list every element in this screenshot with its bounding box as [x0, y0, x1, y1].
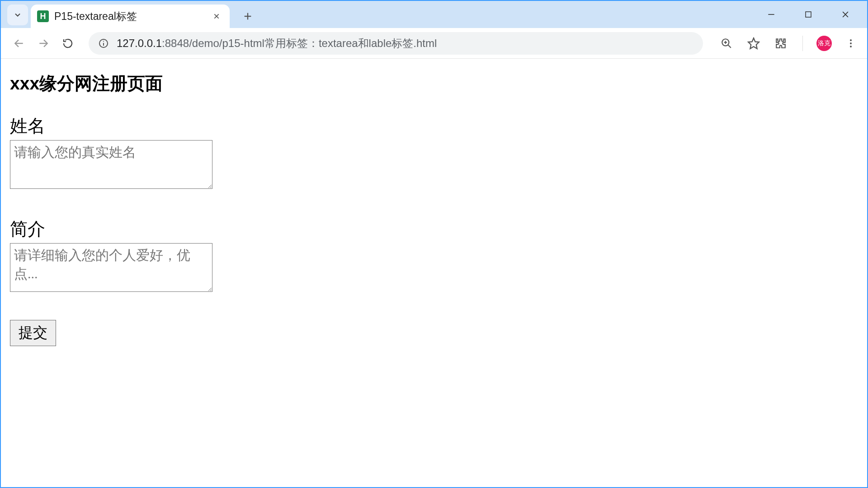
close-icon — [841, 10, 850, 19]
url-text: 127.0.0.1:8848/demo/p15-html常用标签：textare… — [117, 36, 437, 51]
page-heading: xxx缘分网注册页面 — [10, 71, 858, 96]
reload-button[interactable] — [58, 33, 78, 53]
zoom-icon — [721, 38, 732, 49]
window-close-button[interactable] — [836, 5, 854, 23]
toolbar-divider — [802, 36, 803, 51]
window-minimize-button[interactable] — [762, 5, 780, 23]
svg-line-14 — [728, 45, 731, 47]
minimize-icon — [767, 10, 776, 19]
svg-marker-17 — [748, 38, 759, 48]
tab-title: P15-textareal标签 — [54, 9, 206, 23]
tab-favicon: H — [37, 10, 49, 22]
puzzle-icon — [775, 38, 787, 49]
menu-button[interactable] — [843, 35, 859, 52]
svg-point-12 — [103, 41, 104, 42]
bio-field-block: 简介 — [10, 217, 858, 294]
address-bar[interactable]: 127.0.0.1:8848/demo/p15-html常用标签：textare… — [89, 32, 703, 55]
toolbar: 127.0.0.1:8848/demo/p15-html常用标签：textare… — [1, 28, 867, 59]
star-icon — [747, 37, 760, 50]
name-label[interactable]: 姓名 — [10, 114, 858, 138]
url-path: :8848/demo/p15-html常用标签：textarea和lable标签… — [162, 37, 437, 49]
zoom-button[interactable] — [718, 35, 735, 52]
close-icon — [213, 13, 220, 20]
extensions-button[interactable] — [773, 35, 789, 52]
svg-point-19 — [850, 42, 852, 44]
site-info-button[interactable] — [98, 38, 109, 49]
arrow-right-icon — [38, 38, 49, 49]
back-button[interactable] — [9, 33, 29, 53]
name-field-block: 姓名 — [10, 114, 858, 191]
chevron-down-icon — [13, 10, 22, 19]
bookmark-button[interactable] — [745, 35, 762, 52]
window-maximize-button[interactable] — [799, 5, 817, 23]
reload-icon — [62, 38, 73, 49]
info-icon — [98, 38, 109, 49]
submit-button[interactable]: 提交 — [10, 320, 56, 346]
bio-label[interactable]: 简介 — [10, 217, 858, 241]
tabs-dropdown-button[interactable] — [7, 5, 28, 25]
bio-textarea[interactable] — [10, 243, 212, 292]
arrow-left-icon — [13, 38, 25, 49]
svg-point-18 — [850, 39, 852, 41]
profile-avatar[interactable]: 洛克 — [816, 36, 832, 51]
page-viewport[interactable]: xxx缘分网注册页面 姓名 简介 提交 — [1, 59, 867, 487]
svg-rect-5 — [806, 12, 811, 17]
active-tab[interactable]: H P15-textareal标签 — [31, 5, 230, 28]
window-controls — [762, 5, 854, 23]
maximize-icon — [804, 10, 812, 19]
dots-vertical-icon — [845, 38, 856, 49]
tab-bar: H P15-textareal标签 — [1, 1, 867, 28]
forward-button[interactable] — [33, 33, 53, 53]
new-tab-button[interactable] — [238, 6, 258, 26]
svg-point-20 — [850, 46, 852, 47]
tab-close-button[interactable] — [212, 11, 222, 21]
plus-icon — [243, 11, 253, 21]
url-host: 127.0.0.1 — [117, 37, 162, 49]
name-textarea[interactable] — [10, 140, 212, 189]
